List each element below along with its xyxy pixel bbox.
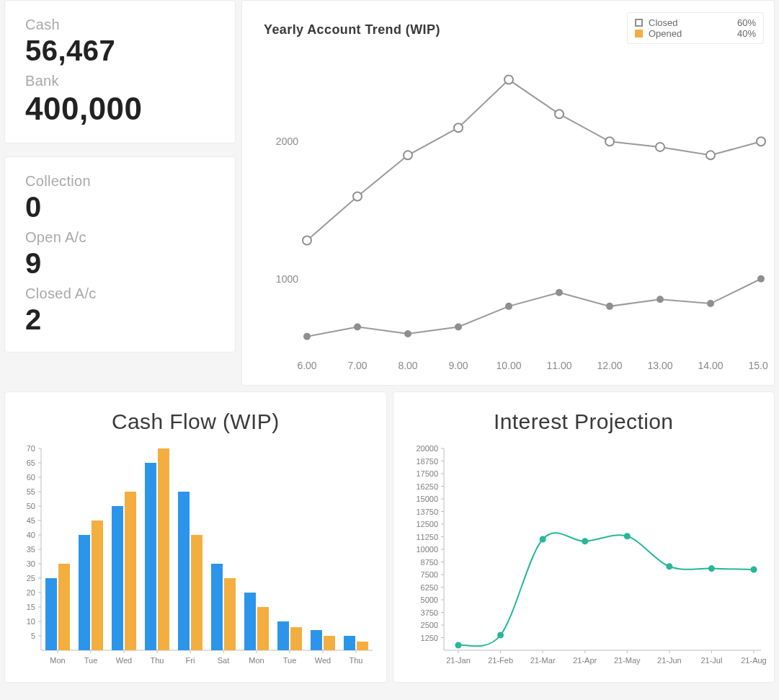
svg-rect-71 bbox=[125, 492, 136, 650]
svg-point-21 bbox=[757, 275, 765, 283]
svg-text:1000: 1000 bbox=[276, 273, 298, 285]
svg-text:18750: 18750 bbox=[416, 457, 438, 466]
svg-point-4 bbox=[404, 151, 412, 159]
svg-text:13.00: 13.00 bbox=[647, 360, 672, 371]
svg-point-18 bbox=[606, 303, 613, 310]
svg-rect-79 bbox=[191, 535, 202, 650]
svg-text:Wed: Wed bbox=[315, 656, 331, 665]
interest-chart: 1250250037505000625075008750100001125012… bbox=[393, 434, 768, 679]
svg-point-143 bbox=[750, 567, 757, 573]
legend-swatch-closed bbox=[635, 19, 643, 27]
svg-point-139 bbox=[582, 538, 588, 544]
svg-point-138 bbox=[539, 536, 546, 543]
open-ac-label: Open A/c bbox=[25, 229, 215, 246]
svg-text:14.00: 14.00 bbox=[698, 360, 723, 371]
svg-text:Tue: Tue bbox=[283, 656, 297, 665]
svg-text:35: 35 bbox=[27, 545, 35, 554]
svg-point-6 bbox=[504, 76, 513, 84]
svg-rect-74 bbox=[145, 463, 156, 650]
svg-rect-98 bbox=[344, 636, 355, 650]
svg-point-140 bbox=[623, 533, 630, 539]
svg-text:Mon: Mon bbox=[249, 656, 264, 665]
svg-text:10000: 10000 bbox=[416, 545, 438, 554]
svg-rect-83 bbox=[224, 578, 236, 650]
svg-text:21-Jan: 21-Jan bbox=[446, 656, 471, 665]
svg-text:Mon: Mon bbox=[50, 656, 65, 665]
svg-point-142 bbox=[708, 565, 714, 572]
svg-text:13750: 13750 bbox=[416, 508, 438, 516]
svg-rect-91 bbox=[290, 627, 302, 650]
svg-point-8 bbox=[605, 137, 614, 146]
svg-text:15: 15 bbox=[27, 603, 35, 611]
svg-text:20: 20 bbox=[27, 588, 35, 597]
svg-text:8.00: 8.00 bbox=[398, 360, 417, 371]
svg-text:21-Mar: 21-Mar bbox=[530, 656, 555, 665]
svg-text:10: 10 bbox=[27, 617, 35, 626]
legend-opened-label: Opened bbox=[649, 28, 731, 39]
svg-point-141 bbox=[666, 563, 672, 570]
interest-title: Interest Projection bbox=[393, 392, 775, 434]
svg-text:2500: 2500 bbox=[420, 621, 437, 629]
svg-point-13 bbox=[354, 323, 361, 330]
cash-label: Cash bbox=[25, 17, 215, 33]
svg-point-2 bbox=[303, 236, 311, 244]
svg-text:Fri: Fri bbox=[186, 656, 195, 665]
svg-text:40: 40 bbox=[27, 531, 35, 539]
svg-text:21-Apr: 21-Apr bbox=[573, 656, 597, 665]
svg-text:12500: 12500 bbox=[416, 520, 438, 528]
legend-closed-label: Closed bbox=[649, 17, 731, 28]
svg-point-11 bbox=[757, 137, 765, 146]
legend-closed-pct: 60% bbox=[737, 17, 756, 28]
cash-flow-card: Cash Flow (WIP) 510152025303540455055606… bbox=[4, 391, 387, 683]
closed-ac-value: 2 bbox=[25, 304, 215, 336]
svg-text:9.00: 9.00 bbox=[448, 360, 468, 371]
cash-flow-chart: 510152025303540455055606570MonTueWedThuF… bbox=[5, 434, 380, 679]
svg-text:Wed: Wed bbox=[116, 656, 132, 665]
svg-rect-86 bbox=[244, 593, 256, 650]
svg-rect-90 bbox=[277, 621, 289, 650]
yearly-trend-legend: Closed 60% Opened 40% bbox=[627, 12, 764, 44]
interest-card: Interest Projection 12502500375050006250… bbox=[393, 391, 775, 683]
svg-text:11.00: 11.00 bbox=[546, 360, 571, 371]
collection-label: Collection bbox=[25, 173, 215, 190]
svg-text:55: 55 bbox=[27, 487, 35, 496]
svg-text:20000: 20000 bbox=[416, 444, 438, 453]
collection-value: 0 bbox=[25, 191, 215, 223]
svg-point-10 bbox=[706, 151, 715, 159]
svg-rect-67 bbox=[92, 520, 103, 650]
svg-point-19 bbox=[656, 296, 664, 303]
svg-text:21-Jul: 21-Jul bbox=[700, 656, 722, 665]
svg-text:15000: 15000 bbox=[416, 495, 438, 503]
svg-rect-70 bbox=[112, 506, 123, 650]
svg-point-137 bbox=[497, 632, 504, 639]
svg-rect-78 bbox=[178, 492, 190, 650]
svg-text:70: 70 bbox=[27, 444, 35, 453]
svg-text:50: 50 bbox=[27, 502, 35, 510]
svg-text:60: 60 bbox=[27, 473, 35, 482]
svg-point-16 bbox=[505, 303, 512, 310]
yearly-trend-card: Yearly Account Trend (WIP) Closed 60% Op… bbox=[241, 0, 775, 386]
svg-point-15 bbox=[455, 323, 462, 330]
closed-ac-label: Closed A/c bbox=[25, 285, 215, 302]
svg-text:8750: 8750 bbox=[420, 558, 437, 567]
svg-text:1250: 1250 bbox=[420, 634, 437, 642]
svg-text:11250: 11250 bbox=[416, 533, 438, 541]
cash-value: 56,467 bbox=[25, 35, 215, 67]
svg-text:5000: 5000 bbox=[420, 595, 437, 604]
svg-text:30: 30 bbox=[27, 559, 35, 568]
svg-rect-95 bbox=[324, 636, 335, 650]
svg-text:45: 45 bbox=[27, 516, 35, 525]
bank-value: 400,000 bbox=[25, 91, 215, 127]
svg-text:10.00: 10.00 bbox=[496, 360, 521, 371]
svg-text:5: 5 bbox=[31, 632, 35, 640]
cash-flow-title: Cash Flow (WIP) bbox=[5, 392, 386, 434]
svg-text:16250: 16250 bbox=[416, 482, 438, 491]
svg-rect-62 bbox=[45, 578, 57, 650]
svg-text:2000: 2000 bbox=[276, 136, 298, 147]
svg-point-17 bbox=[556, 289, 563, 296]
svg-point-7 bbox=[555, 110, 564, 118]
svg-point-20 bbox=[707, 300, 714, 307]
svg-text:21-Jun: 21-Jun bbox=[657, 656, 682, 665]
svg-text:21-Aug: 21-Aug bbox=[741, 656, 766, 665]
svg-text:6.00: 6.00 bbox=[297, 360, 316, 371]
